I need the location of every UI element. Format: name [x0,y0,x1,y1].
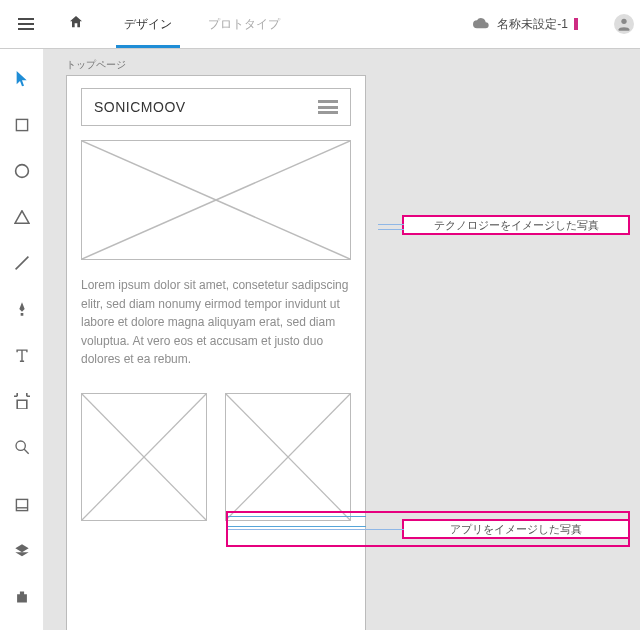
artboard[interactable]: SONICMOOV Lorem ipsum dolor sit amet, co… [66,75,366,630]
assets-panel-icon[interactable] [10,493,34,517]
cloud-icon [473,17,489,32]
document-title[interactable]: 名称未設定-1 [473,16,578,33]
line-tool-icon[interactable] [10,251,34,275]
rectangle-tool-icon[interactable] [10,113,34,137]
layers-panel-icon[interactable] [10,539,34,563]
plugins-panel-icon[interactable] [10,585,34,609]
tab-prototype[interactable]: プロトタイプ [200,0,288,48]
svg-line-5 [24,449,29,454]
pen-tool-icon[interactable] [10,297,34,321]
selection-guide-line [226,516,366,517]
document-title-text: 名称未設定-1 [497,16,568,33]
artboard-tool-icon[interactable] [10,389,34,413]
mock-card-left[interactable] [81,393,207,521]
mock-card-right[interactable] [225,393,351,521]
mock-header[interactable]: SONICMOOV [81,88,351,126]
workspace: トップページ SONICMOOV Lorem ipsum dolor sit a… [0,49,640,630]
svg-point-4 [16,441,25,450]
svg-line-3 [15,257,28,270]
svg-rect-1 [16,119,27,130]
design-canvas[interactable]: トップページ SONICMOOV Lorem ipsum dolor sit a… [44,49,640,630]
app-topbar: デザイン プロトタイプ 名称未設定-1 [0,0,640,48]
mock-hero-placeholder[interactable] [81,140,351,260]
polygon-tool-icon[interactable] [10,205,34,229]
svg-point-2 [15,165,28,178]
annotation-hero: テクノロジーをイメージした写真 [402,215,630,235]
tab-design[interactable]: デザイン [116,0,180,48]
tool-rail [0,49,44,630]
unsaved-indicator-icon [574,18,578,30]
svg-point-0 [621,19,626,24]
annotation-card: アプリをイメージした写真 [402,519,630,539]
svg-rect-6 [16,499,27,510]
home-icon[interactable] [68,14,84,34]
ellipse-tool-icon[interactable] [10,159,34,183]
artboard-label[interactable]: トップページ [66,58,126,72]
account-avatar-icon[interactable] [614,14,634,34]
mock-two-column [81,393,351,521]
mock-body-text[interactable]: Lorem ipsum dolor sit amet, consetetur s… [81,276,351,369]
main-menu-icon[interactable] [18,18,34,30]
mock-brand-text: SONICMOOV [94,99,186,115]
mock-hamburger-icon [318,100,338,114]
mode-tabs: デザイン プロトタイプ [116,0,308,48]
text-tool-icon[interactable] [10,343,34,367]
select-tool-icon[interactable] [10,67,34,91]
selection-guide-line [226,526,366,527]
zoom-tool-icon[interactable] [10,435,34,459]
